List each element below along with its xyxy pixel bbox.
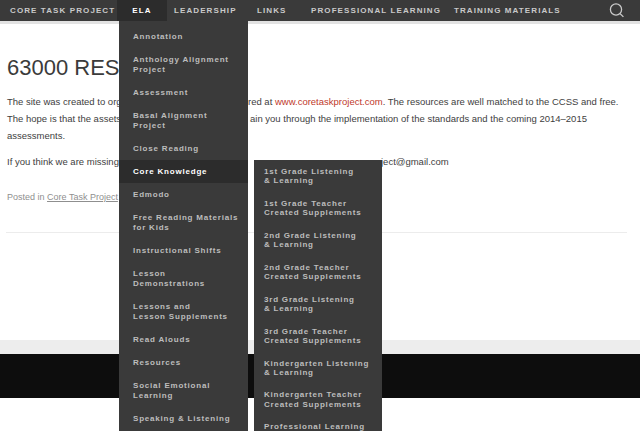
menu-item-assessment[interactable]: Assessment	[119, 81, 248, 104]
menu-item-lesson-demonstrations[interactable]: Lesson Demonstrations	[119, 262, 248, 295]
menu-item-read-alouds[interactable]: Read Alouds	[119, 328, 248, 351]
menu-item-social-emotional-learning[interactable]: Social Emotional Learning	[119, 374, 248, 407]
search-icon[interactable]	[606, 1, 630, 20]
menu-item-edmodo[interactable]: Edmodo	[119, 183, 248, 206]
menu-item-core-knowledge[interactable]: Core Knowledge	[119, 160, 248, 183]
submenu-item-2nd-grade-listening-learning[interactable]: 2nd Grade Listening & Learning	[254, 224, 382, 256]
menu-item-lessons-and-lesson-supplements[interactable]: Lessons and Lesson Supplements	[119, 295, 248, 328]
submenu-item-kindergarten-listening-learning[interactable]: Kindergarten Listening & Learning	[254, 352, 382, 384]
navbar-bottom-border	[0, 21, 640, 24]
submenu-item-3rd-grade-listening-learning[interactable]: 3rd Grade Listening & Learning	[254, 288, 382, 320]
menu-item-resources[interactable]: Resources	[119, 351, 248, 374]
menu-item-annotation[interactable]: Annotation	[119, 25, 248, 48]
submenu-item-2nd-grade-teacher-created-supplements[interactable]: 2nd Grade Teacher Created Supplements	[254, 256, 382, 288]
intro-text-line1-right: red at www.coretaskproject.com. The reso…	[248, 97, 619, 107]
intro-text-line1-left: The site was created to org	[7, 97, 122, 107]
posted-in-meta: Posted in Core Task Project	[7, 192, 118, 202]
nav-item-core-task-project[interactable]: CORE TASK PROJECT	[10, 0, 115, 21]
intro-pre-link-text: red at	[248, 96, 275, 107]
page-title: 63000 RESO	[7, 55, 137, 81]
nav-item-links[interactable]: LINKS	[257, 0, 287, 21]
missing-text-left: If you think we are missing	[7, 157, 119, 167]
submenu-item-1st-grade-listening-learning[interactable]: 1st Grade Listening & Learning	[254, 160, 382, 192]
menu-item-speaking-listening[interactable]: Speaking & Listening	[119, 407, 248, 430]
nav-item-professional-learning[interactable]: PROFESSIONAL LEARNING	[311, 0, 441, 21]
coretaskproject-link[interactable]: www.coretaskproject.com	[275, 96, 383, 107]
submenu-item-3rd-grade-teacher-created-supplements[interactable]: 3rd Grade Teacher Created Supplements	[254, 320, 382, 352]
intro-post-link-text: . The resources are well matched to the …	[383, 96, 619, 107]
intro-text-line2-right: ain you through the implementation of th…	[250, 114, 587, 124]
submenu-item-1st-grade-teacher-created-supplements[interactable]: 1st Grade Teacher Created Supplements	[254, 192, 382, 224]
core-knowledge-submenu: 1st Grade Listening & Learning 1st Grade…	[254, 160, 382, 431]
nav-item-leadership[interactable]: LEADERSHIP	[174, 0, 237, 21]
intro-text-line3: assessments.	[7, 131, 65, 141]
missing-email-fragment: ject@gmail.com	[381, 157, 449, 167]
menu-item-anthology-alignment-project[interactable]: Anthology Alignment Project	[119, 48, 248, 81]
ela-dropdown-menu: Annotation Anthology Alignment Project A…	[119, 21, 248, 431]
nav-item-training-materials[interactable]: TRAINING MATERIALS	[454, 0, 561, 21]
submenu-item-professional-learning[interactable]: Professional Learning	[254, 416, 382, 431]
menu-item-close-reading[interactable]: Close Reading	[119, 137, 248, 160]
top-navbar: CORE TASK PROJECT ELA LEADERSHIP LINKS P…	[0, 0, 640, 21]
intro-text-line2-left: The hope is that the assets	[7, 114, 121, 124]
submenu-item-kindergarten-teacher-created-supplements[interactable]: Kindergarten Teacher Created Supplements	[254, 384, 382, 416]
menu-item-free-reading-materials-for-kids[interactable]: Free Reading Materials for Kids	[119, 207, 248, 240]
posted-in-category-link[interactable]: Core Task Project	[47, 192, 118, 202]
posted-in-prefix: Posted in	[7, 192, 47, 202]
nav-item-ela[interactable]: ELA	[117, 0, 167, 21]
menu-item-basal-alignment-project[interactable]: Basal Alignment Project	[119, 104, 248, 137]
menu-item-instructional-shifts[interactable]: Instructional Shifts	[119, 239, 248, 262]
